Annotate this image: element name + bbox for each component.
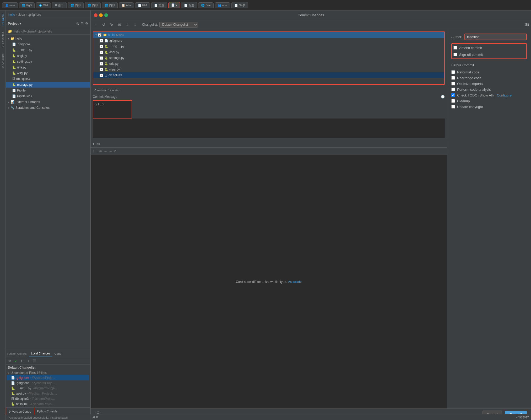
tab-active[interactable]: 📄× bbox=[168, 2, 180, 8]
tab-atla[interactable]: 📋Atla bbox=[119, 2, 134, 8]
tree-item-manage[interactable]: 🐍 manage.py bbox=[6, 82, 90, 88]
tab-mac[interactable]: 👥mac bbox=[215, 2, 230, 8]
sync-button[interactable]: ⇅ bbox=[81, 21, 84, 26]
tab-jiyus[interactable]: ✖基于 bbox=[52, 2, 67, 8]
check-todo-checkbox[interactable] bbox=[451, 93, 455, 97]
vc-checkmark[interactable]: ✓ bbox=[13, 358, 18, 364]
sidebar-tab-project[interactable]: 1: Project bbox=[1, 10, 5, 29]
ftree-root-checkbox[interactable]: ✓ bbox=[98, 33, 101, 37]
ftree-settings-checkbox[interactable]: ✓ bbox=[100, 56, 103, 60]
tab-user[interactable]: 👤user bbox=[2, 2, 18, 8]
file-item-4[interactable]: 🐍 asgi.py ~/PycharmProjects/... bbox=[7, 391, 89, 396]
vc-add[interactable]: + bbox=[26, 358, 31, 364]
ftree-init-checkbox[interactable]: ✓ bbox=[100, 45, 103, 48]
tree-item-settings[interactable]: 🐍 settings.py bbox=[6, 59, 90, 64]
sidebar-tab-structure[interactable]: 7: Structure bbox=[1, 50, 5, 72]
ftree-wsgi[interactable]: ✓ 🐍 wsgi.py bbox=[93, 67, 444, 72]
tree-item-scratches[interactable]: ▸ 🔧 Scratches and Consoles bbox=[6, 105, 90, 111]
tree-item-gitignore[interactable]: 📄 .gitignore bbox=[6, 41, 90, 47]
tab-neibus3[interactable]: 🌐内部 bbox=[102, 2, 118, 8]
ftree-init[interactable]: ✓ 🐍 __init__.py bbox=[93, 44, 444, 49]
tree-item-pipfilelock[interactable]: 📄 Pipfile.lock bbox=[6, 93, 90, 99]
tab-pgs[interactable]: 🌐PgS bbox=[19, 2, 35, 8]
toolbar-sort-asc-btn[interactable]: ≡ bbox=[124, 21, 131, 28]
sidebar-tab-favorites[interactable]: 2: Favorites bbox=[1, 29, 5, 50]
tab-diar[interactable]: 🌐Diar bbox=[198, 2, 214, 8]
ftree-db[interactable]: ✓ 🗄 db.sqlite3 bbox=[93, 72, 444, 78]
diff-associate-link[interactable]: Associate bbox=[288, 280, 302, 284]
tree-item-init[interactable]: 🐍 __init__.py bbox=[6, 47, 90, 53]
file-item-2[interactable]: 📄 .gitignore ~/PycharmProje... bbox=[7, 380, 89, 386]
tree-item-hello[interactable]: ▾ 📁 hello bbox=[6, 36, 90, 41]
local-changes-tab[interactable]: Local Changes bbox=[29, 350, 52, 357]
toolbar-pin-btn[interactable]: ↑ bbox=[93, 21, 99, 28]
rearrange-code-checkbox[interactable] bbox=[451, 76, 455, 80]
diff-up-btn[interactable]: ↑ bbox=[93, 149, 95, 153]
file-item-3[interactable]: 🐍 __init__.py ~/PycharmProje... bbox=[7, 386, 89, 391]
ftree-asgi[interactable]: ✓ 🐍 asgi.py bbox=[93, 49, 444, 55]
reformat-code-checkbox[interactable] bbox=[451, 70, 455, 74]
ftree-urls-checkbox[interactable]: ✓ bbox=[100, 62, 103, 66]
amend-commit-row: Amend commit bbox=[453, 45, 525, 51]
diff-edit-btn[interactable]: ✏ bbox=[99, 149, 102, 153]
tab-neibus1[interactable]: 🌐内部 bbox=[68, 2, 84, 8]
add-button[interactable]: ⊕ bbox=[76, 21, 79, 26]
version-control-tab[interactable]: 9: Version Contro bbox=[6, 408, 34, 415]
tab-neibus2[interactable]: 🌐内部 bbox=[85, 2, 101, 8]
ftree-gitignore[interactable]: ✓ 📄 .gitignore bbox=[93, 38, 444, 44]
ftree-settings[interactable]: ✓ 🐍 settings.py bbox=[93, 55, 444, 61]
signoff-commit-label: Sign-off commit bbox=[459, 53, 483, 57]
project-header[interactable]: Project ▾ ⊕ ⇅ ⚙ bbox=[6, 19, 90, 28]
vc-refresh-btn[interactable]: ↻ bbox=[7, 358, 12, 364]
configure-link[interactable]: Configure bbox=[497, 93, 512, 97]
ftree-root[interactable]: ▾ ✓ 📁 hello 6 files bbox=[93, 32, 444, 38]
cleanup-checkbox[interactable] bbox=[451, 99, 455, 103]
diff-help-btn[interactable]: ? bbox=[114, 149, 116, 153]
tab-fat[interactable]: 📄FAT bbox=[135, 2, 150, 8]
commit-message-input[interactable]: v1.0 bbox=[93, 100, 132, 119]
toolbar-undo-btn[interactable]: ↺ bbox=[101, 21, 107, 28]
ftree-urls[interactable]: ✓ 🐍 urls.py bbox=[93, 61, 444, 67]
toolbar-redo-btn[interactable]: ↻ bbox=[109, 21, 115, 28]
ftree-asgi-checkbox[interactable]: ✓ bbox=[100, 51, 103, 54]
changelist-select[interactable]: Default Changelist bbox=[159, 22, 198, 28]
update-copyright-checkbox[interactable] bbox=[451, 105, 455, 109]
close-button[interactable] bbox=[94, 13, 97, 17]
amend-commit-checkbox[interactable] bbox=[453, 46, 457, 50]
perform-analysis-label: Perform code analysis bbox=[457, 88, 491, 91]
tree-item-urls[interactable]: 🐍 urls.py bbox=[6, 64, 90, 70]
tab-baidu[interactable]: 📄百度 bbox=[181, 2, 197, 8]
tree-item-pipfile[interactable]: 📄 Pipfile bbox=[6, 88, 90, 93]
vc-undo[interactable]: ↩ bbox=[19, 358, 25, 364]
tree-item-db[interactable]: 🗄 db.sqlite3 bbox=[6, 76, 90, 82]
perform-analysis-checkbox[interactable] bbox=[451, 88, 455, 91]
tree-item-extlibs[interactable]: ▸ 📊 External Libraries bbox=[6, 99, 90, 105]
cons-tab[interactable]: Cons bbox=[52, 350, 63, 357]
tab-git[interactable]: 📄Git参 bbox=[231, 2, 248, 8]
tree-item-asgi[interactable]: 🐍 asgi.py bbox=[6, 53, 90, 59]
diff-right-btn[interactable]: → bbox=[109, 149, 112, 153]
settings-button[interactable]: ⚙ bbox=[85, 21, 88, 26]
maximize-button[interactable] bbox=[104, 13, 108, 17]
diff-toggle[interactable]: ▾ Diff bbox=[93, 142, 100, 146]
author-input[interactable] bbox=[464, 34, 527, 40]
diff-left-btn[interactable]: ← bbox=[104, 149, 107, 153]
ftree-db-checkbox[interactable]: ✓ bbox=[100, 74, 103, 77]
diff-down-btn[interactable]: ↓ bbox=[96, 149, 98, 153]
ftree-gitignore-checkbox[interactable]: ✓ bbox=[100, 39, 103, 42]
file-item-6[interactable]: 🐍 hello.iml ~/PycharmProje... bbox=[7, 401, 89, 407]
vc-list[interactable]: ☰ bbox=[32, 358, 37, 364]
ftree-wsgi-checkbox[interactable]: ✓ bbox=[100, 68, 103, 71]
signoff-commit-checkbox[interactable] bbox=[453, 53, 457, 56]
file-item-1[interactable]: 📄 .gitignore ~/PycharmProje... bbox=[7, 375, 89, 380]
file-item-5[interactable]: 🗄 db.sqlite3 ~/PycharmProje... bbox=[7, 396, 89, 401]
optimize-imports-checkbox[interactable] bbox=[451, 82, 455, 85]
minimize-button[interactable] bbox=[99, 13, 103, 17]
tree-item-wsgi[interactable]: 🐍 wsgi.py bbox=[6, 70, 90, 76]
toolbar-grid-btn[interactable]: ⊞ bbox=[116, 21, 123, 28]
tab-xih[interactable]: 💠XIH bbox=[36, 2, 51, 8]
unversioned-file-list: 📄 .gitignore ~/PycharmProje... 📄 .gitign… bbox=[6, 375, 90, 407]
tab-wencha[interactable]: 📄文查 bbox=[151, 2, 167, 8]
toolbar-sort-desc-btn[interactable]: ≡ bbox=[132, 21, 138, 28]
python-console-tab[interactable]: Python Console bbox=[34, 408, 60, 415]
